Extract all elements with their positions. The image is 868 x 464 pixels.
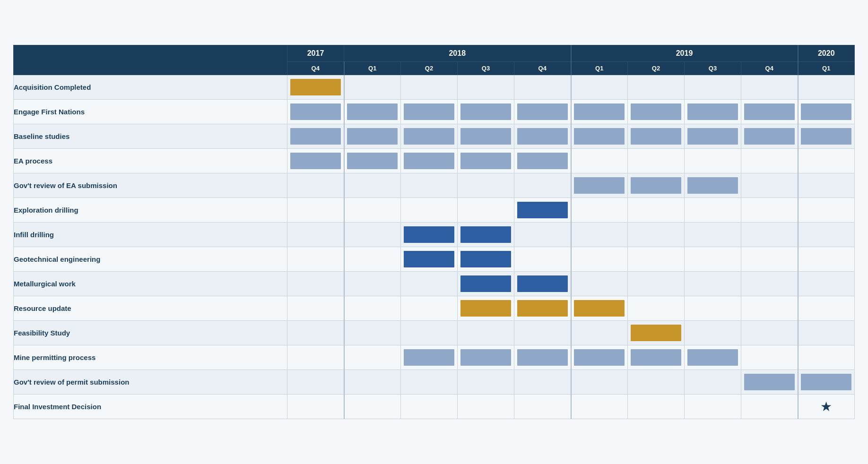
quarter-cell [458, 173, 514, 198]
quarter-cell [571, 395, 628, 419]
bar-blue-light [631, 177, 681, 194]
phase-label: Baseline studies [14, 124, 287, 149]
phase-label: Acquisition Completed [14, 75, 287, 100]
quarter-cell [798, 173, 855, 198]
quarter-header-4: Q4 [514, 62, 571, 75]
quarter-cell [685, 198, 741, 223]
bar-blue-light [517, 103, 568, 120]
quarter-cell [628, 272, 685, 296]
quarter-cell [287, 272, 344, 296]
quarter-cell [628, 247, 685, 272]
bar-blue-dark [460, 275, 511, 292]
quarter-cell [458, 345, 514, 370]
year-header-2018: 2018 [344, 45, 571, 62]
table-row: EA process [14, 149, 855, 173]
bar-blue-light [631, 103, 681, 120]
quarter-header-9: Q1 [798, 62, 855, 75]
bar-blue-light [631, 128, 681, 145]
bar-blue-light [404, 103, 454, 120]
quarter-cell [458, 149, 514, 173]
quarter-cell [571, 321, 628, 345]
bar-blue-light [687, 177, 738, 194]
bar-gold [574, 300, 625, 317]
quarter-header-6: Q2 [628, 62, 685, 75]
bar-blue-light [574, 103, 625, 120]
quarter-cell [287, 223, 344, 247]
quarter-cell [798, 100, 855, 124]
quarter-cell [798, 296, 855, 321]
quarter-cell [514, 173, 571, 198]
bar-blue-light [290, 153, 341, 169]
quarter-cell [401, 296, 458, 321]
quarter-cell [798, 321, 855, 345]
quarter-cell [741, 198, 798, 223]
quarter-cell [571, 272, 628, 296]
bar-blue-light [347, 128, 398, 145]
quarter-cell [798, 247, 855, 272]
bar-blue-light [290, 103, 341, 120]
quarter-cell [514, 100, 571, 124]
quarter-cell [344, 173, 401, 198]
quarter-cell [287, 75, 344, 100]
quarter-cell [458, 370, 514, 395]
bar-blue-light [404, 153, 454, 169]
table-row: Gov't review of EA submission [14, 173, 855, 198]
phase-label: Engage First Nations [14, 100, 287, 124]
quarter-cell [571, 223, 628, 247]
quarter-cell [798, 198, 855, 223]
quarter-cell [741, 395, 798, 419]
bar-blue-light [574, 349, 625, 366]
quarter-cell [401, 198, 458, 223]
quarter-cell [401, 173, 458, 198]
quarter-cell [401, 75, 458, 100]
table-row: Feasibility Study [14, 321, 855, 345]
bar-blue-light [744, 128, 795, 145]
bar-blue-light [460, 349, 511, 366]
quarter-cell [401, 247, 458, 272]
quarter-cell [571, 100, 628, 124]
quarter-cell [685, 395, 741, 419]
quarter-cell [685, 272, 741, 296]
quarter-cell [458, 395, 514, 419]
quarter-cell [514, 296, 571, 321]
quarter-cell [344, 124, 401, 149]
bar-blue-dark [517, 275, 568, 292]
quarter-cell [514, 321, 571, 345]
quarter-cell [741, 272, 798, 296]
table-row: Resource update [14, 296, 855, 321]
quarter-cell [344, 198, 401, 223]
quarter-header-5: Q1 [571, 62, 628, 75]
quarter-cell [571, 296, 628, 321]
quarter-cell [514, 223, 571, 247]
table-row: Gov't review of permit submission [14, 370, 855, 395]
quarter-cell [798, 272, 855, 296]
quarter-cell [514, 395, 571, 419]
quarter-cell [344, 149, 401, 173]
bar-blue-dark [404, 251, 454, 267]
quarter-cell [344, 247, 401, 272]
quarter-cell [571, 198, 628, 223]
phase-header [14, 45, 287, 75]
table-row: Baseline studies [14, 124, 855, 149]
quarter-cell [514, 345, 571, 370]
quarter-cell [685, 345, 741, 370]
quarter-cell [401, 223, 458, 247]
quarter-cell [685, 370, 741, 395]
phase-label: Geotechnical engineering [14, 247, 287, 272]
quarter-cell [344, 345, 401, 370]
quarter-cell [401, 149, 458, 173]
quarter-cell [741, 100, 798, 124]
quarter-cell [344, 75, 401, 100]
bar-gold [460, 300, 511, 317]
table-row: Engage First Nations [14, 100, 855, 124]
quarter-header-3: Q3 [458, 62, 514, 75]
bar-blue-light [631, 349, 681, 366]
quarter-header-8: Q4 [741, 62, 798, 75]
quarter-cell [798, 124, 855, 149]
quarter-cell [628, 345, 685, 370]
quarter-cell [514, 124, 571, 149]
phase-label: Resource update [14, 296, 287, 321]
quarter-cell [401, 345, 458, 370]
bar-blue-light [517, 349, 568, 366]
phase-label: Mine permitting process [14, 345, 287, 370]
